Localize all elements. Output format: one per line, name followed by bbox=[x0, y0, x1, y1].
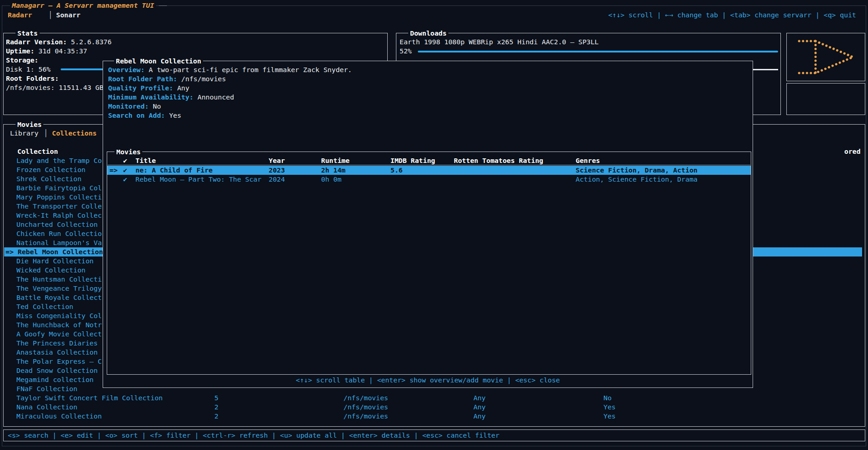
movie-cell: Science Fiction, Drama, Action bbox=[576, 166, 697, 175]
modal-field-label: Overview: bbox=[108, 66, 145, 73]
modal-field-value: /nfs/movies bbox=[177, 75, 226, 83]
modal-field-value: A two-part sci-fi epic from filmmaker Za… bbox=[145, 66, 352, 73]
modal-field-label: Quality Profile: bbox=[108, 84, 173, 92]
modal-field-label: Monitored: bbox=[108, 102, 149, 110]
movie-cell: ✔ bbox=[123, 175, 127, 184]
movie-cell: 5.6 bbox=[390, 166, 403, 175]
modal-field: Search on Add: Yes bbox=[108, 111, 181, 120]
modal-field-value: No bbox=[149, 102, 161, 110]
movie-row-marker: => bbox=[109, 166, 118, 175]
movie-cell: Action, Science Fiction, Drama bbox=[576, 175, 697, 184]
movies-table-header-cell: Genres bbox=[576, 156, 600, 165]
modal-field-label: Minimum Availability: bbox=[108, 93, 193, 101]
movies-table-header-cell: Year bbox=[269, 156, 285, 165]
modal-field: Minimum Availability: Announced bbox=[108, 93, 234, 102]
modal-field: Quality Profile: Any bbox=[108, 84, 189, 93]
movie-cell: 0h 0m bbox=[321, 175, 342, 184]
movies-table-header-cell: Runtime bbox=[321, 156, 349, 165]
modal-field: Monitored: No bbox=[108, 102, 161, 111]
modal-movies-table-frame: Movies bbox=[107, 152, 751, 375]
movie-row-title[interactable]: ne: A Child of Fire bbox=[135, 166, 213, 175]
movies-table-header-cell: Rotten Tomatoes Rating bbox=[454, 156, 543, 165]
movie-cell: 2023 bbox=[269, 166, 285, 175]
modal-field-value: Any bbox=[173, 84, 190, 92]
modal-field-label: Root Folder Path: bbox=[108, 75, 177, 83]
movie-cell: 2h 14m bbox=[321, 166, 345, 175]
movies-table-header-cell: ✔ bbox=[123, 156, 127, 165]
modal-field: Root Folder Path: /nfs/movies bbox=[108, 74, 226, 84]
modal-field-label: Search on Add: bbox=[108, 111, 165, 119]
collection-details-modal: Rebel Moon Collection Movies <↑↓> scroll… bbox=[0, 0, 868, 450]
modal-hints: <↑↓> scroll table | <enter> show overvie… bbox=[103, 376, 753, 385]
modal-field-value: Yes bbox=[165, 111, 182, 119]
movies-table-header-cell: Title bbox=[135, 156, 156, 165]
managarr-app: Managarr – A Servarr management TUI Rada… bbox=[0, 0, 868, 450]
modal-field-value: Announced bbox=[193, 93, 234, 101]
movie-cell: ✔ bbox=[123, 166, 127, 175]
modal-field: Overview: A two-part sci-fi epic from fi… bbox=[108, 65, 352, 74]
modal-title: Rebel Moon Collection bbox=[114, 57, 203, 66]
movies-table-header-cell: IMDB Rating bbox=[390, 156, 435, 165]
modal-movies-table-title: Movies bbox=[114, 147, 142, 157]
movie-row-title[interactable]: Rebel Moon – Part Two: The Scar bbox=[135, 175, 261, 184]
movie-cell: 2024 bbox=[269, 175, 285, 184]
